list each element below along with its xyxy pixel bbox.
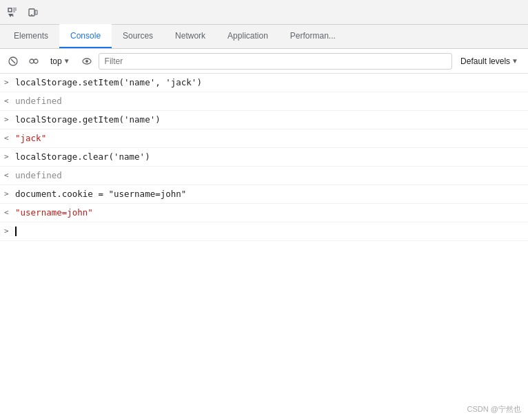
console-output: > localStorage.setItem('name', 'jack') <… (0, 74, 528, 405)
console-output-2: undefined (15, 94, 522, 108)
input-indicator-7: > (4, 187, 15, 200)
console-line-3: > localStorage.getItem('name') (0, 111, 528, 129)
log-levels-label: Default levels (460, 56, 510, 66)
clear-console-btn[interactable] (4, 52, 22, 70)
svg-point-6 (30, 59, 34, 63)
console-line-8: < "username=john" (0, 204, 528, 222)
svg-rect-0 (8, 8, 12, 12)
console-line-5: > localStorage.clear('name') (0, 148, 528, 167)
devtools-top-bar (0, 0, 528, 25)
console-line-2: < undefined (0, 92, 528, 111)
inspect-element-btn[interactable] (3, 3, 22, 22)
context-label: top (50, 56, 62, 66)
console-line-7: > document.cookie = "username=john" (0, 185, 528, 204)
output-indicator-4: < (4, 132, 15, 145)
tab-application[interactable]: Application (216, 24, 279, 48)
watermark: CSDN @宁然也 (467, 404, 521, 414)
context-selector[interactable]: top ▼ (45, 53, 75, 70)
filter-toggle-btn[interactable] (25, 52, 43, 70)
filter-input[interactable] (99, 53, 452, 70)
console-line-1: > localStorage.setItem('name', 'jack') (0, 74, 528, 92)
svg-rect-2 (35, 10, 37, 14)
console-line-6: < undefined (0, 167, 528, 185)
console-cursor-area[interactable] (15, 224, 522, 238)
console-output-8: "username=john" (15, 206, 522, 220)
log-levels-btn[interactable]: Default levels ▼ (455, 53, 524, 70)
console-output-4: "jack" (15, 132, 522, 145)
console-input-3: localStorage.getItem('name') (15, 113, 522, 127)
eye-btn[interactable] (78, 52, 96, 70)
tab-console[interactable]: Console (59, 24, 112, 48)
tab-sources[interactable]: Sources (112, 24, 164, 48)
console-input-5: localStorage.clear('name') (15, 150, 522, 164)
tabs-bar: Elements Console Sources Network Applica… (0, 25, 528, 49)
console-input-7: document.cookie = "username=john" (15, 187, 522, 201)
svg-point-7 (34, 59, 38, 63)
output-indicator-2: < (4, 94, 15, 107)
console-output-6: undefined (15, 169, 522, 182)
svg-line-5 (11, 59, 15, 63)
tab-performance[interactable]: Performan... (279, 24, 347, 48)
console-cursor (15, 227, 17, 236)
cursor-prompt: > (4, 224, 15, 238)
input-indicator-5: > (4, 150, 15, 163)
tab-elements[interactable]: Elements (3, 24, 59, 48)
output-indicator-6: < (4, 169, 15, 182)
output-indicator-8: < (4, 206, 15, 219)
tab-network[interactable]: Network (164, 24, 216, 48)
console-input-line[interactable]: > (0, 222, 528, 241)
svg-point-9 (85, 60, 88, 63)
console-toolbar: top ▼ Default levels ▼ (0, 49, 528, 74)
input-indicator-3: > (4, 113, 15, 126)
context-chevron: ▼ (63, 57, 70, 65)
device-toggle-btn[interactable] (23, 3, 43, 22)
log-levels-chevron: ▼ (511, 57, 518, 65)
console-line-4: < "jack" (0, 129, 528, 148)
console-input-1: localStorage.setItem('name', 'jack') (15, 76, 522, 90)
input-indicator-1: > (4, 76, 15, 89)
